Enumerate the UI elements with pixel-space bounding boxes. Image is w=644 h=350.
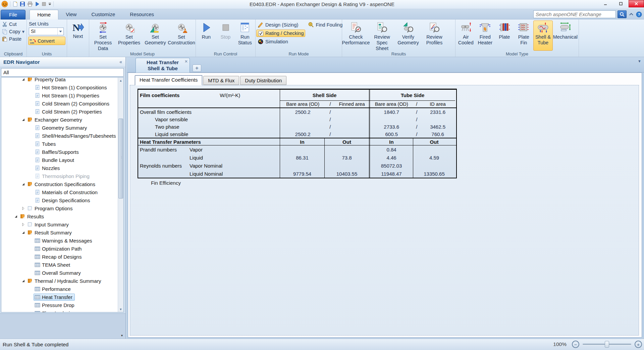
set-construction-button[interactable]: SetConstruction [168, 20, 195, 51]
tree-item-program-options[interactable]: Program Options [1, 204, 118, 212]
tab-mtd-flux[interactable]: MTD & Flux [203, 76, 239, 85]
help-icon[interactable]: ? [636, 11, 642, 17]
tree-item-shell-heads-flanges-tubesheets[interactable]: Shell/Heads/Flanges/Tubesheets [1, 132, 118, 140]
tree-item-results[interactable]: Results [1, 212, 118, 220]
units-dropdown[interactable]: SI [29, 28, 64, 35]
tree-item-input-summary[interactable]: Input Summary [1, 220, 118, 228]
scrollbar-thumb[interactable]: ⋮ [118, 119, 123, 199]
close-tab-icon[interactable]: ✕ [184, 59, 188, 64]
menu-tab-file[interactable]: File [1, 10, 25, 19]
tree-item-heat-transfer[interactable]: Heat Transfer [1, 293, 118, 301]
tree-item-recap-of-designs[interactable]: Recap of Designs [1, 253, 118, 261]
print-icon[interactable] [27, 1, 33, 7]
menu-tab-view[interactable]: View [58, 10, 84, 19]
find-fouling-button[interactable]: Find Fouling [307, 21, 344, 29]
collapse-panel-icon[interactable]: « [119, 59, 122, 64]
tree-expanded-icon[interactable] [20, 231, 26, 234]
mechanical-button[interactable]: Mechanical [553, 20, 578, 51]
search-input[interactable] [533, 10, 616, 18]
simulation-button[interactable]: Simulation [256, 38, 305, 45]
tab-duty-distribution[interactable]: Duty Distribution [240, 76, 286, 85]
pane-collapse-icon[interactable]: ▼ [638, 59, 641, 63]
menu-tab-resources[interactable]: Resources [122, 10, 161, 19]
tree-collapsed-icon[interactable] [20, 223, 26, 226]
tree-item-cold-stream-2-compositions[interactable]: Cold Stream (2) Compositions [1, 99, 118, 107]
zoom-out-button[interactable]: − [572, 341, 579, 348]
run-status-button[interactable]: RunStatus [235, 20, 255, 51]
design-sizing-button[interactable]: Design (Sizing) [256, 21, 305, 29]
fired-heater-button[interactable]: FiredHeater [476, 20, 495, 51]
set-process-data-button[interactable]: Set ProcessData [90, 20, 116, 51]
tree-item-overall-summary[interactable]: Overall Summary [1, 269, 118, 277]
tree-item-thermosiphon-piping[interactable]: Thermosiphon Piping [1, 172, 118, 180]
tree-item-bundle-layout[interactable]: Bundle Layout [1, 156, 118, 164]
tree-item-hot-stream-1-compositions[interactable]: Hot Stream (1) Compositions [1, 83, 118, 91]
cut-button[interactable]: Cut [1, 20, 26, 28]
verify-geometry-button[interactable]: VerifyGeometry [395, 20, 421, 51]
next-button[interactable]: NNext [68, 20, 88, 51]
plate-fin-button[interactable]: PlateFin [514, 20, 534, 51]
tree-item-nozzles[interactable]: Nozzles [1, 164, 118, 172]
shell-tube-button[interactable]: Shell &Tube [533, 20, 553, 51]
tree-item-thermal-hydraulic-summary[interactable]: Thermal / Hydraulic Summary [1, 277, 118, 285]
zoom-in-button[interactable]: + [635, 341, 642, 348]
rating-checking-button[interactable]: Rating / Checking [256, 30, 305, 37]
tree-item-result-summary[interactable]: Result Summary [1, 228, 118, 236]
dropdown-arrow-icon[interactable] [117, 69, 123, 76]
paste-button[interactable]: Paste [1, 35, 26, 43]
tree-item-pressure-drop[interactable]: Pressure Drop [1, 301, 118, 309]
save-icon[interactable] [20, 1, 25, 7]
dropdown-arrow-icon[interactable] [57, 28, 63, 35]
tree-item-construction-specifications[interactable]: Construction Specifications [1, 180, 118, 188]
tree-item-materials-of-construction[interactable]: Materials of Construction [1, 188, 118, 196]
tree-item-baffles-supports[interactable]: Baffles/Supports [1, 148, 118, 156]
tree-expanded-icon[interactable] [20, 182, 26, 186]
air-cooled-button[interactable]: AirCooled [456, 20, 476, 51]
panel-resize-icon[interactable]: ▾ [121, 334, 123, 337]
run-small-icon[interactable] [35, 2, 40, 6]
tree-item-geometry-summary[interactable]: Geometry Summary [1, 124, 118, 132]
tree-item-warnings-messages[interactable]: Warnings & Messages [1, 236, 118, 245]
maximize-button[interactable] [613, 0, 629, 7]
review-spec-sheet-button[interactable]: Review SpecSheet [369, 20, 395, 51]
close-button[interactable] [629, 0, 644, 7]
tree-item-performance[interactable]: Performance [1, 285, 118, 293]
dropdown-arrow-icon[interactable]: ▾ [22, 29, 24, 34]
navigator-filter-dropdown[interactable]: All [1, 68, 124, 77]
tree-item-optimization-path[interactable]: Optimization Path [1, 245, 118, 253]
new-tab-button[interactable]: + [193, 64, 201, 72]
menu-tab-home[interactable]: Home [30, 10, 58, 19]
zoom-slider-thumb[interactable] [605, 341, 609, 348]
check-performance-button[interactable]: CheckPerformance [343, 20, 369, 51]
tab-heat-transfer-coefficients[interactable]: Heat Transfer Coefficients [135, 75, 202, 85]
scroll-up-icon[interactable]: ▲ [118, 78, 123, 83]
search-button[interactable] [618, 10, 627, 18]
run-button[interactable]: Run [197, 20, 216, 51]
tree-item-flow-analysis[interactable]: Flow Analysis [1, 309, 118, 312]
review-profiles-button[interactable]: ReviewProfiles [421, 20, 447, 51]
stop-small-icon[interactable] [42, 2, 46, 6]
minimize-button[interactable] [598, 0, 613, 7]
copy-button[interactable]: Copy▾ [1, 28, 26, 35]
tree-item-property-data[interactable]: Property Data [1, 77, 118, 83]
new-document-icon[interactable] [12, 1, 18, 7]
tree-expanded-icon[interactable] [20, 279, 26, 282]
plate-button[interactable]: Plate [495, 20, 514, 51]
scroll-down-icon[interactable]: ▼ [118, 306, 123, 312]
convert-button[interactable]: incmConvert [28, 37, 65, 45]
set-geometry-button[interactable]: SetGeometry [142, 20, 168, 51]
tree-expanded-icon[interactable] [20, 78, 26, 81]
tree-collapsed-icon[interactable] [20, 207, 26, 210]
tree-item-hot-stream-1-properties[interactable]: Hot Stream (1) Properties [1, 91, 118, 99]
tree-item-design-specifications[interactable]: Design Specifications [1, 196, 118, 204]
menu-tab-customize[interactable]: Customize [84, 10, 122, 19]
tree-item-tema-sheet[interactable]: TEMA Sheet [1, 261, 118, 269]
tree-scrollbar[interactable]: ▲ ⋮ ▼ [118, 78, 123, 312]
set-properties-button[interactable]: SetProperties [116, 20, 142, 51]
tree-expanded-icon[interactable] [13, 215, 19, 218]
chevron-up-icon[interactable] [628, 12, 634, 17]
tree-item-exchanger-geometry[interactable]: Exchanger Geometry [1, 116, 118, 124]
aspen-logo-icon[interactable] [1, 1, 8, 7]
tree-expanded-icon[interactable] [20, 118, 26, 121]
tree-item-tubes[interactable]: Tubes [1, 140, 118, 148]
